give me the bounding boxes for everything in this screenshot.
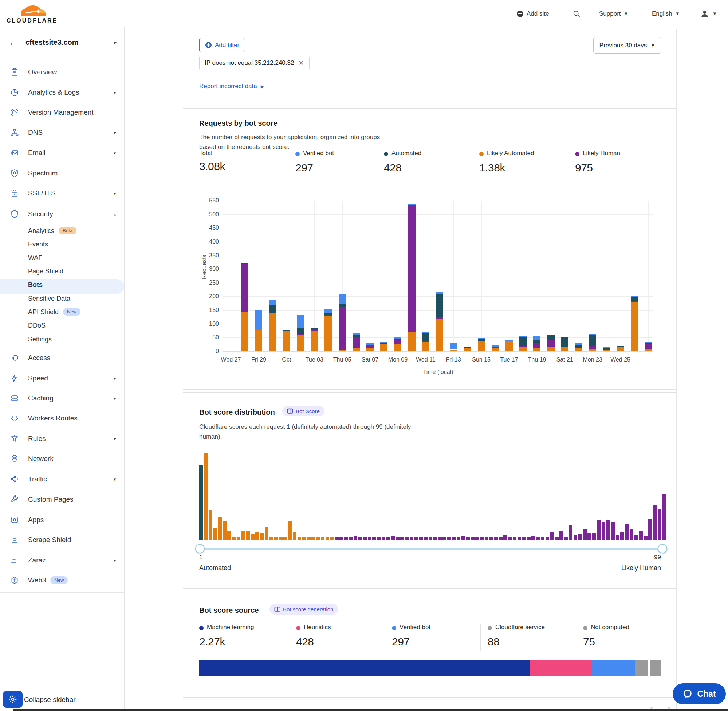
chevron-right-icon[interactable]: ▸: [114, 39, 117, 46]
x-axis-tick: Wed 25: [604, 356, 637, 363]
cloudflare-logo[interactable]: CLOUDFLARE: [7, 1, 61, 25]
sidebar-item-caching[interactable]: Caching▾: [0, 390, 124, 406]
slider-handle-max[interactable]: [658, 544, 667, 553]
gridline: [620, 201, 621, 351]
sidebar-item-version-management[interactable]: Version Management: [0, 105, 124, 121]
slider-min-value: 1: [199, 554, 202, 561]
source-segment-not-computed: [650, 660, 661, 676]
search-button[interactable]: [573, 0, 580, 27]
site-selector[interactable]: ← cftestsite3.com ▸: [0, 27, 124, 58]
sidebar-item-dns[interactable]: DNS▾: [0, 124, 124, 140]
score-range-slider-track[interactable]: [199, 547, 663, 550]
stat-label[interactable]: Machine learning: [207, 624, 254, 632]
stat-label[interactable]: Not computed: [591, 624, 629, 632]
support-menu[interactable]: Support ▼: [599, 0, 628, 27]
language-menu[interactable]: English ▼: [652, 0, 680, 27]
bar-segment-automated: [575, 345, 582, 349]
bar-segment-likely-automated: [353, 348, 360, 351]
bar-segment-likely-human: [422, 341, 430, 342]
histogram-bar-score-72: [532, 536, 535, 540]
sidebar-item-page-shield[interactable]: Page Shield: [0, 265, 124, 277]
stat-label[interactable]: Automated: [391, 150, 421, 158]
sidebar-item-ddos[interactable]: DDoS: [0, 319, 124, 332]
stat-label[interactable]: Verified bot: [303, 150, 334, 158]
sidebar-item-ssl-tls[interactable]: SSL/TLS▾: [0, 185, 124, 201]
sidebar-item-analytics[interactable]: AnalyticsBeta: [0, 225, 124, 237]
collapse-sidebar-button[interactable]: Collapse sidebar: [24, 696, 76, 704]
bar-segment-likely-human: [533, 343, 540, 348]
spectrum-icon: [10, 169, 19, 178]
filter-chip-label: IP does not equal 35.212.240.32: [205, 59, 294, 66]
sidebar-item-access[interactable]: Access: [0, 350, 124, 366]
bot-score-badge[interactable]: Bot Score: [282, 406, 325, 416]
histogram-bar-score-7: [227, 531, 231, 540]
section-title: Bot score source: [199, 606, 258, 615]
bar-segment-likely-human: [339, 307, 346, 350]
report-incorrect-data-link[interactable]: Report incorrect data ▶: [199, 83, 264, 90]
stat-divider: [568, 150, 568, 177]
bottom-edge-strip: [13, 709, 728, 711]
histogram-bar-score-31: [340, 537, 343, 540]
gridline: [426, 201, 426, 351]
account-menu[interactable]: ▼: [700, 0, 717, 27]
sidebar-item-label: Caching: [28, 394, 53, 402]
sidebar-divider: [0, 592, 124, 593]
sidebar-item-events[interactable]: Events: [0, 238, 124, 251]
sidebar-item-api-shield[interactable]: API ShieldNew: [0, 306, 124, 318]
bot-score-generation-badge[interactable]: Bot score generation: [269, 604, 338, 615]
sidebar-item-email[interactable]: Email▾: [0, 145, 124, 161]
sidebar-item-sensitive-data[interactable]: Sensitive Data: [0, 292, 124, 305]
sidebar-item-apps[interactable]: Apps: [0, 512, 124, 528]
chat-button[interactable]: Chat: [673, 683, 726, 704]
slider-handle-min[interactable]: [195, 544, 205, 553]
bot-score-distribution-card: Bot score distribution Bot Score Cloudfl…: [183, 392, 676, 586]
add-site-button[interactable]: Add site: [517, 0, 549, 27]
bar-segment-verified-bot: [645, 342, 652, 343]
stat-label[interactable]: Likely Automated: [487, 150, 534, 158]
sidebar-item-spectrum[interactable]: Spectrum: [0, 165, 124, 181]
bar-segment-likely-automated: [227, 351, 235, 351]
sidebar-item-scrape-shield[interactable]: Scrape Shield: [0, 532, 124, 548]
sidebar-item-security[interactable]: Security▴: [0, 206, 124, 222]
sidebar-item-network[interactable]: Network: [0, 451, 124, 467]
stat-label[interactable]: Likely Human: [583, 150, 620, 158]
bar-segment-verified-bot: [505, 340, 513, 341]
sidebar-item-zaraz[interactable]: Zaraz▾: [0, 552, 124, 568]
back-arrow-icon[interactable]: ←: [9, 37, 18, 48]
sidebar-item-analytics-logs[interactable]: Analytics & Logs▾: [0, 84, 124, 100]
histogram-bar-score-53: [443, 537, 446, 540]
sidebar-item-label: Scrape Shield: [28, 536, 71, 544]
bar-segment-automated: [394, 339, 401, 339]
sidebar-item-waf[interactable]: WAF: [0, 252, 124, 264]
stat-label[interactable]: Heuristics: [304, 624, 331, 632]
bar-segment-verified-bot: [561, 337, 569, 338]
sidebar-item-web3[interactable]: Web3New: [0, 572, 124, 588]
sidebar-item-overview[interactable]: Overview: [0, 64, 124, 80]
bar-segment-likely-automated: [422, 342, 430, 351]
stat-label[interactable]: Verified bot: [400, 624, 430, 632]
sidebar-item-bots[interactable]: Bots: [0, 279, 124, 291]
settings-gear-button[interactable]: [3, 691, 22, 708]
sidebar-item-traffic[interactable]: Traffic▾: [0, 471, 124, 487]
code-icon: [10, 414, 19, 423]
histogram-bar-score-2: [204, 453, 208, 540]
close-icon[interactable]: ✕: [298, 59, 304, 67]
bar-segment-likely-human: [241, 264, 248, 311]
sidebar-item-settings[interactable]: Settings: [0, 333, 124, 345]
sidebar-item-workers-routes[interactable]: Workers Routes: [0, 410, 124, 426]
bar-segment-verified-bot: [353, 333, 360, 335]
sidebar-item-speed[interactable]: Speed▾: [0, 370, 124, 386]
histogram-bar-score-83: [583, 529, 587, 540]
shield-icon: [10, 210, 19, 218]
date-range-dropdown[interactable]: Previous 30 days ▼: [593, 37, 662, 53]
sidebar-item-custom-pages[interactable]: Custom Pages: [0, 491, 124, 507]
histogram-bar-score-43: [396, 537, 400, 540]
histogram-bar-score-48: [419, 537, 423, 540]
add-filter-button[interactable]: Add filter: [199, 38, 245, 52]
filter-chip[interactable]: IP does not equal 35.212.240.32 ✕: [199, 56, 310, 70]
sidebar-item-rules[interactable]: Rules▾: [0, 431, 124, 447]
sidebar-item-label: Workers Routes: [28, 414, 78, 422]
bar-segment-likely-automated: [311, 330, 318, 351]
stat-label[interactable]: Cloudflare service: [495, 624, 545, 632]
gridline: [223, 269, 653, 269]
